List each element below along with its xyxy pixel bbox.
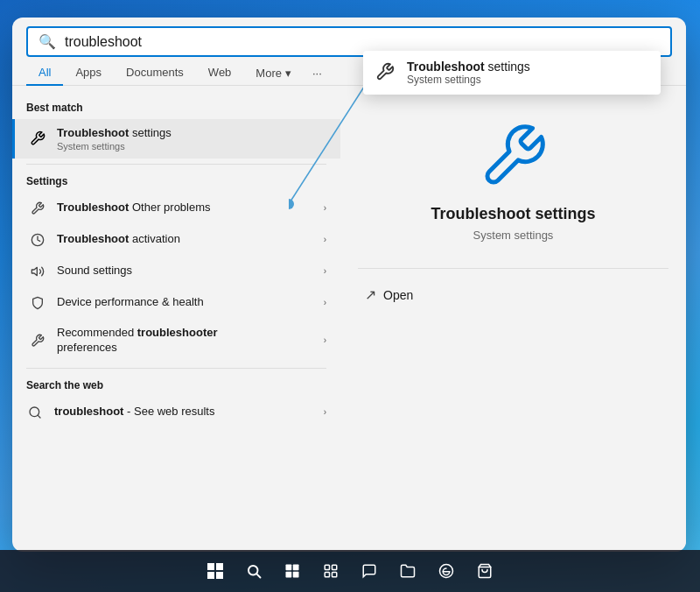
recommended-icon bbox=[29, 332, 46, 349]
wrench-icon-2 bbox=[29, 200, 46, 217]
open-external-icon: ↗ bbox=[365, 286, 376, 303]
tab-all[interactable]: All bbox=[26, 60, 63, 86]
search-web-header: Search the web bbox=[12, 374, 340, 397]
right-panel: Troubleshoot settings System settings ↗ … bbox=[340, 86, 686, 552]
best-match-subtitle: System settings bbox=[57, 141, 326, 152]
right-panel-divider bbox=[358, 268, 668, 269]
search-web-item-text: troubleshoot - See web results bbox=[54, 405, 313, 419]
svg-rect-15 bbox=[293, 572, 299, 578]
svg-rect-19 bbox=[332, 573, 337, 577]
sound-icon bbox=[29, 263, 46, 280]
settings-item-3-title: Sound settings bbox=[57, 264, 313, 278]
wrench-icon bbox=[29, 130, 46, 147]
settings-item-5[interactable]: Recommended troubleshooterpreferences › bbox=[12, 319, 340, 363]
popup-title: Troubleshoot settings bbox=[407, 60, 530, 74]
popup-subtitle: System settings bbox=[407, 74, 530, 86]
best-match-text: Troubleshoot settings System settings bbox=[57, 126, 326, 152]
right-panel-subtitle: System settings bbox=[473, 229, 554, 242]
settings-item-3-text: Sound settings bbox=[57, 264, 313, 278]
taskbar-search[interactable] bbox=[236, 553, 271, 588]
svg-rect-18 bbox=[325, 573, 329, 577]
open-button[interactable]: ↗ Open bbox=[358, 283, 420, 307]
tab-web[interactable]: Web bbox=[196, 60, 244, 86]
popup-wrench-icon bbox=[375, 62, 396, 83]
suggestion-popup: Troubleshoot settings System settings bbox=[363, 51, 661, 95]
settings-item-2-title: Troubleshoot activation bbox=[57, 232, 313, 247]
popup-text: Troubleshoot settings System settings bbox=[407, 60, 530, 86]
settings-item-5-title: Recommended troubleshooterpreferences bbox=[57, 326, 313, 356]
taskbar-edge[interactable] bbox=[429, 553, 464, 588]
chevron-right-icon-5: › bbox=[324, 335, 326, 345]
divider-1 bbox=[26, 164, 326, 165]
shield-icon bbox=[29, 294, 46, 312]
svg-rect-12 bbox=[286, 565, 292, 571]
settings-item-2[interactable]: Troubleshoot activation › bbox=[12, 224, 340, 256]
settings-item-4-text: Device performance & health bbox=[57, 295, 313, 310]
settings-item-4[interactable]: Device performance & health › bbox=[12, 287, 340, 319]
settings-item-2-text: Troubleshoot activation bbox=[57, 232, 313, 247]
divider-2 bbox=[26, 368, 326, 369]
svg-line-3 bbox=[38, 415, 40, 418]
taskbar bbox=[0, 550, 700, 592]
open-label: Open bbox=[383, 288, 413, 302]
right-panel-title: Troubleshoot settings bbox=[430, 205, 595, 223]
svg-rect-17 bbox=[332, 565, 337, 569]
tab-apps[interactable]: Apps bbox=[63, 60, 114, 86]
taskbar-teams[interactable] bbox=[352, 553, 387, 588]
taskbar-widgets[interactable] bbox=[313, 553, 348, 588]
settings-item-5-text: Recommended troubleshooterpreferences bbox=[57, 326, 313, 356]
connector-line bbox=[289, 73, 376, 213]
tab-documents[interactable]: Documents bbox=[114, 60, 196, 86]
svg-line-4 bbox=[289, 81, 368, 204]
svg-rect-8 bbox=[207, 572, 214, 579]
taskbar-taskview[interactable] bbox=[275, 553, 310, 588]
svg-rect-16 bbox=[325, 565, 329, 569]
svg-rect-7 bbox=[216, 563, 223, 570]
search-web-item-title: troubleshoot - See web results bbox=[54, 405, 313, 419]
activation-icon bbox=[29, 231, 46, 249]
chevron-right-icon-3: › bbox=[324, 266, 326, 276]
search-web-item[interactable]: troubleshoot - See web results › bbox=[12, 397, 340, 428]
svg-rect-6 bbox=[207, 563, 214, 570]
taskbar-explorer[interactable] bbox=[390, 553, 425, 588]
wrench-large-icon bbox=[479, 121, 549, 191]
chevron-right-icon-6: › bbox=[324, 407, 326, 417]
settings-item-1-title: Troubleshoot Other problems bbox=[57, 201, 313, 215]
best-match-title: Troubleshoot settings bbox=[57, 126, 326, 141]
chevron-right-icon-2: › bbox=[324, 235, 326, 244]
taskbar-store[interactable] bbox=[467, 553, 502, 588]
start-button[interactable] bbox=[198, 553, 233, 588]
settings-item-3[interactable]: Sound settings › bbox=[12, 256, 340, 287]
svg-line-11 bbox=[256, 574, 260, 577]
search-input[interactable] bbox=[65, 34, 660, 50]
svg-rect-13 bbox=[293, 565, 299, 571]
svg-point-5 bbox=[289, 199, 294, 209]
chevron-right-icon-4: › bbox=[324, 298, 326, 307]
settings-item-1-text: Troubleshoot Other problems bbox=[57, 201, 313, 215]
svg-rect-9 bbox=[216, 572, 223, 579]
svg-rect-14 bbox=[286, 572, 292, 578]
settings-item-4-title: Device performance & health bbox=[57, 295, 313, 310]
svg-marker-1 bbox=[32, 267, 37, 275]
search-icon: 🔍 bbox=[38, 33, 56, 50]
web-search-icon bbox=[26, 404, 44, 421]
